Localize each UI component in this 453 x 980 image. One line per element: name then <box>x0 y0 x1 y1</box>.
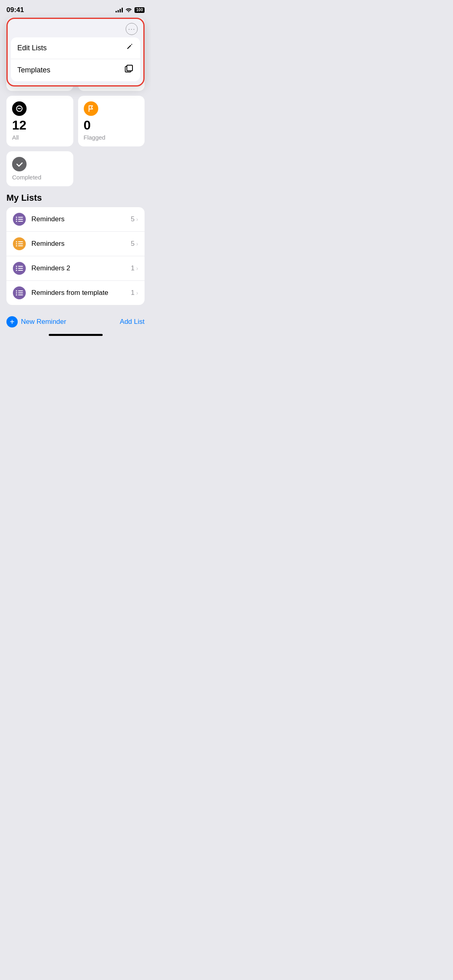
more-icon[interactable]: ··· <box>126 23 138 35</box>
list-name-0: Reminders <box>31 215 131 223</box>
dropdown-menu: Edit Lists Templates <box>11 37 140 81</box>
svg-rect-9 <box>18 243 23 244</box>
templates-menu-item[interactable]: Templates <box>11 59 140 81</box>
home-indicator <box>49 334 103 336</box>
list-name-1: Reminders <box>31 240 131 248</box>
more-button-area: ··· <box>8 19 143 37</box>
svg-rect-5 <box>18 221 23 222</box>
list-icon-2 <box>13 262 26 275</box>
flagged-count: 0 <box>84 118 139 132</box>
svg-point-2 <box>16 217 17 218</box>
svg-point-8 <box>16 241 17 243</box>
status-time: 09:41 <box>6 6 24 14</box>
list-count-0: 5 › <box>131 215 138 223</box>
completed-label: Completed <box>12 174 68 181</box>
svg-point-10 <box>16 243 17 245</box>
edit-lists-label: Edit Lists <box>17 44 47 52</box>
battery-icon: 100 <box>134 7 145 13</box>
completed-icon <box>12 157 27 171</box>
new-reminder-button[interactable]: + New Reminder <box>6 316 66 327</box>
list-icon-3 <box>13 286 26 299</box>
my-lists-container: Reminders 5 › Reminders 5 › <box>6 207 145 305</box>
svg-rect-0 <box>18 108 21 109</box>
svg-rect-15 <box>18 268 23 269</box>
list-item[interactable]: Reminders 5 › <box>6 207 145 232</box>
svg-rect-23 <box>18 294 23 295</box>
list-count-1: 5 › <box>131 240 138 248</box>
dropdown-overlay: ··· Edit Lists Templates <box>6 18 145 86</box>
all-count: 12 <box>12 118 68 132</box>
svg-point-14 <box>16 266 17 267</box>
list-name-2: Reminders 2 <box>31 264 131 272</box>
flagged-label: Flagged <box>84 134 139 141</box>
status-icons: 100 <box>116 7 145 13</box>
status-bar: 09:41 100 <box>0 0 151 18</box>
list-icon-1 <box>13 237 26 250</box>
list-count-3: 1 › <box>131 289 138 297</box>
list-count-2: 1 › <box>131 264 138 272</box>
list-item[interactable]: Reminders 2 1 › <box>6 256 145 281</box>
svg-rect-21 <box>18 292 23 293</box>
svg-rect-19 <box>18 290 23 291</box>
bottom-toolbar: + New Reminder Add List <box>0 310 151 331</box>
svg-rect-3 <box>18 219 23 220</box>
flagged-icon <box>84 101 98 116</box>
templates-label: Templates <box>17 66 50 74</box>
svg-rect-26 <box>127 65 132 71</box>
svg-point-6 <box>16 221 17 222</box>
signal-icon <box>116 8 123 12</box>
svg-point-4 <box>16 219 17 220</box>
svg-rect-13 <box>18 266 23 267</box>
list-icon-0 <box>13 213 26 226</box>
add-list-button[interactable]: Add List <box>120 318 145 326</box>
flagged-card[interactable]: 0 Flagged <box>78 96 145 146</box>
dropdown-menu-container: ··· Edit Lists Templates <box>6 18 145 86</box>
templates-icon <box>125 65 134 76</box>
svg-point-12 <box>16 245 17 247</box>
all-label: All <box>12 134 68 141</box>
all-card[interactable]: 12 All <box>6 96 73 146</box>
wifi-icon <box>125 7 132 13</box>
svg-rect-1 <box>18 217 23 218</box>
svg-point-16 <box>16 268 17 269</box>
svg-point-24 <box>16 294 17 296</box>
new-reminder-label: New Reminder <box>21 318 66 326</box>
svg-point-20 <box>16 290 17 292</box>
completed-card[interactable]: Completed <box>6 151 73 186</box>
svg-point-18 <box>16 270 17 271</box>
edit-lists-menu-item[interactable]: Edit Lists <box>11 37 140 59</box>
list-name-3: Reminders from template <box>31 289 131 297</box>
list-item[interactable]: Reminders from template 1 › <box>6 281 145 305</box>
svg-rect-11 <box>18 245 23 246</box>
svg-rect-7 <box>18 241 23 242</box>
my-lists-title: My Lists <box>6 193 145 203</box>
plus-icon: + <box>6 316 18 327</box>
list-item[interactable]: Reminders 5 › <box>6 232 145 256</box>
all-icon <box>12 101 27 116</box>
svg-point-22 <box>16 292 17 294</box>
edit-icon <box>126 43 134 53</box>
svg-rect-17 <box>18 270 23 271</box>
